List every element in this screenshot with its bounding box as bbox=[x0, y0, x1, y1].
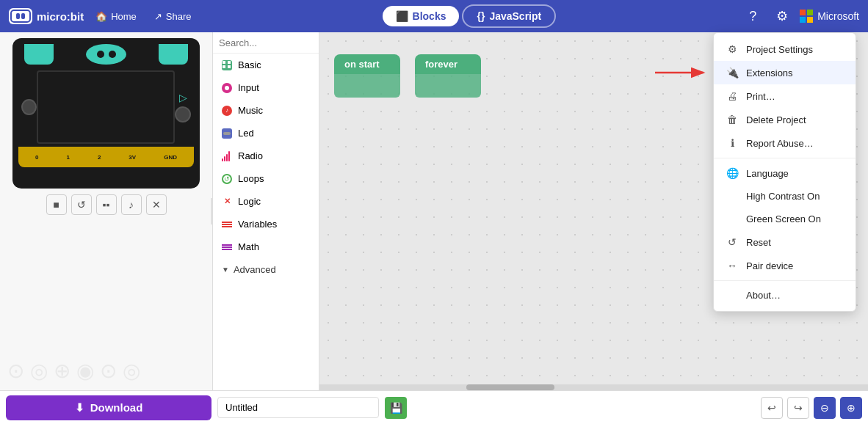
menu-item-pair-device[interactable]: ↔ Pair device bbox=[714, 254, 856, 277]
category-basic[interactable]: Basic bbox=[213, 54, 319, 76]
forever-label: forever bbox=[425, 59, 457, 70]
nav-right-actions: ? ⚙ Microsoft bbox=[741, 4, 859, 28]
pin-2-label: 2 bbox=[98, 154, 101, 161]
forever-block-header: forever bbox=[415, 54, 481, 74]
device-button-a[interactable] bbox=[21, 99, 37, 115]
microsoft-squares-icon bbox=[800, 10, 813, 23]
face-dots bbox=[97, 51, 116, 58]
home-button[interactable]: 🏠 Home bbox=[90, 8, 142, 25]
logo-text: micro:bit bbox=[37, 10, 84, 23]
save-icon: 💾 bbox=[390, 402, 402, 414]
sim-sound-button[interactable]: ♪ bbox=[121, 194, 142, 215]
svg-rect-1 bbox=[16, 13, 20, 19]
search-input[interactable] bbox=[219, 37, 319, 48]
sim-slow-button[interactable]: ▪▪ bbox=[96, 194, 117, 215]
undo-button[interactable]: ↩ bbox=[761, 397, 783, 419]
category-loops[interactable]: ↺ Loops bbox=[213, 167, 319, 190]
menu-item-green-screen[interactable]: Green Screen On bbox=[714, 208, 856, 230]
mode-switcher: ⬛ Blocks {} JavaScript bbox=[203, 4, 736, 28]
category-music-label: Music bbox=[238, 105, 263, 116]
bottom-bar: ⬇ Download 💾 ↩ ↪ ⊖ ⊕ bbox=[0, 390, 868, 424]
menu-item-extensions[interactable]: 🔌 Extensions bbox=[714, 61, 856, 84]
category-input-label: Input bbox=[238, 82, 259, 93]
category-input[interactable]: Input bbox=[213, 76, 319, 99]
simulator-controls: ■ ↺ ▪▪ ♪ ✕ bbox=[46, 194, 167, 215]
menu-item-about[interactable]: About… bbox=[714, 284, 856, 307]
advanced-row[interactable]: ▼ Advanced bbox=[213, 258, 319, 281]
loops-icon: ↺ bbox=[222, 174, 232, 184]
on-start-block-body bbox=[334, 74, 400, 98]
menu-item-report-abuse[interactable]: ℹ Report Abuse… bbox=[714, 131, 856, 155]
sim-stop-button[interactable]: ■ bbox=[46, 194, 67, 215]
face-dot-right bbox=[109, 51, 116, 58]
pair-device-icon: ↔ bbox=[726, 260, 739, 271]
device-screen bbox=[37, 70, 175, 144]
blocks-mode-button[interactable]: ⬛ Blocks bbox=[383, 6, 460, 26]
advanced-label: Advanced bbox=[234, 264, 276, 275]
category-logic-label: Logic bbox=[238, 196, 261, 207]
forever-block-body bbox=[415, 74, 481, 98]
sim-close-button[interactable]: ✕ bbox=[146, 194, 167, 215]
device-right-side: ▷ bbox=[175, 92, 191, 123]
menu-item-language[interactable]: 🌐 Language bbox=[714, 161, 856, 185]
delete-project-label: Delete Project bbox=[746, 114, 806, 125]
category-radio-label: Radio bbox=[238, 150, 263, 161]
device-sides: ▷ bbox=[18, 67, 194, 147]
project-settings-label: Project Settings bbox=[746, 44, 813, 55]
horizontal-scrollbar[interactable] bbox=[319, 384, 868, 390]
extensions-icon: 🔌 bbox=[726, 67, 739, 78]
forever-block[interactable]: forever bbox=[415, 54, 481, 98]
svg-rect-2 bbox=[21, 13, 25, 19]
javascript-mode-button[interactable]: {} JavaScript bbox=[462, 4, 556, 28]
face-dot-left bbox=[97, 51, 104, 58]
top-navigation: micro:bit 🏠 Home ↗ Share ⬛ Blocks {} Jav… bbox=[0, 0, 868, 32]
report-abuse-icon: ℹ bbox=[726, 137, 739, 149]
microsoft-logo: Microsoft bbox=[800, 10, 859, 23]
pair-device-label: Pair device bbox=[746, 260, 793, 271]
zoom-in-button[interactable]: ⊕ bbox=[840, 397, 862, 419]
settings-dropdown-menu: ⚙ Project Settings 🔌 Extensions 🖨 Print…… bbox=[713, 32, 856, 312]
advanced-chevron-icon: ▼ bbox=[222, 266, 229, 274]
project-name-input[interactable] bbox=[217, 397, 379, 418]
project-save-button[interactable]: 💾 bbox=[385, 397, 407, 419]
device-corner-right bbox=[159, 44, 188, 65]
led-icon bbox=[222, 128, 232, 139]
menu-item-print[interactable]: 🖨 Print… bbox=[714, 84, 856, 108]
report-abuse-label: Report Abuse… bbox=[746, 138, 814, 149]
logo: micro:bit bbox=[9, 8, 84, 24]
blocks-category-panel: 🔍 Basic Input ♪ Music bbox=[213, 32, 319, 390]
share-button[interactable]: ↗ Share bbox=[148, 8, 198, 25]
input-icon bbox=[222, 83, 232, 93]
redo-button[interactable]: ↪ bbox=[787, 397, 809, 419]
menu-item-project-settings[interactable]: ⚙ Project Settings bbox=[714, 37, 856, 61]
variables-icon bbox=[222, 219, 232, 230]
pin-3v-label: 3V bbox=[129, 154, 136, 161]
device-pins: 0 1 2 3V GND bbox=[18, 147, 194, 167]
category-logic[interactable]: ✕ Logic bbox=[213, 190, 319, 213]
device-button-b[interactable] bbox=[175, 106, 191, 123]
category-led-label: Led bbox=[238, 128, 254, 139]
on-start-block[interactable]: on start bbox=[334, 54, 400, 98]
zoom-out-button[interactable]: ⊖ bbox=[814, 397, 836, 419]
menu-item-delete-project[interactable]: 🗑 Delete Project bbox=[714, 108, 856, 131]
category-radio[interactable]: Radio bbox=[213, 145, 319, 167]
category-music[interactable]: ♪ Music bbox=[213, 99, 319, 122]
download-button[interactable]: ⬇ Download bbox=[6, 395, 211, 420]
microbit-device: ▷ 0 1 2 3V GND bbox=[12, 38, 200, 189]
help-button[interactable]: ? bbox=[741, 4, 764, 28]
music-icon: ♪ bbox=[222, 106, 232, 116]
radio-icon bbox=[222, 151, 232, 161]
language-label: Language bbox=[746, 168, 789, 179]
category-led[interactable]: Led bbox=[213, 122, 319, 145]
scrollbar-thumb[interactable] bbox=[466, 384, 554, 390]
category-math[interactable]: Math bbox=[213, 235, 319, 258]
blocks-icon: ⬛ bbox=[396, 10, 408, 22]
menu-item-reset[interactable]: ↺ Reset bbox=[714, 230, 856, 254]
sim-restart-button[interactable]: ↺ bbox=[71, 194, 92, 215]
settings-button[interactable]: ⚙ bbox=[770, 4, 794, 28]
svg-rect-0 bbox=[11, 10, 30, 22]
category-variables[interactable]: Variables bbox=[213, 213, 319, 235]
category-math-label: Math bbox=[238, 241, 259, 252]
menu-item-high-contrast[interactable]: High Contrast On bbox=[714, 185, 856, 208]
category-basic-label: Basic bbox=[238, 59, 261, 70]
